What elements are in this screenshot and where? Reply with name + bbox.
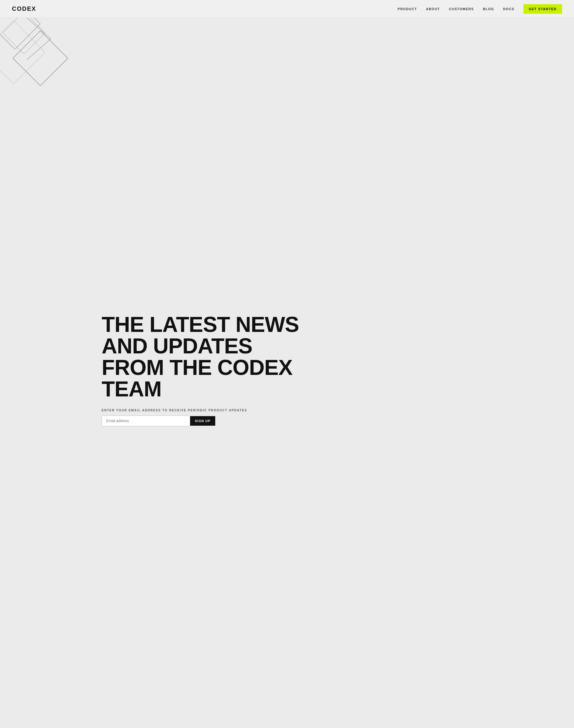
- hero-subtitle: ENTER YOUR EMAIL ADDRESS TO RECEIVE PERI…: [101, 409, 473, 412]
- hero-title: THE LATEST NEWS AND UPDATES FROM THE COD…: [101, 314, 311, 400]
- nav-link-blog[interactable]: BLOG: [483, 7, 494, 11]
- hero-decoration-svg: [0, 0, 81, 120]
- nav-logo[interactable]: CODEX: [12, 5, 36, 12]
- nav-link-about[interactable]: ABOUT: [426, 7, 440, 11]
- nav-cta-button[interactable]: GET STARTED: [524, 4, 562, 14]
- hero-email-form: SIGN UP: [101, 415, 215, 426]
- nav-link-product[interactable]: PRODUCT: [398, 7, 417, 11]
- nav-link-customers[interactable]: CUSTOMERS: [449, 7, 474, 11]
- nav-links: PRODUCT ABOUT CUSTOMERS BLOG DOCS GET ST…: [398, 4, 562, 14]
- hero-section: THE LATEST NEWS AND UPDATES FROM THE COD…: [0, 0, 574, 728]
- svg-rect-2: [13, 31, 68, 86]
- svg-rect-1: [3, 12, 45, 54]
- nav-link-docs[interactable]: DOCS: [503, 7, 515, 11]
- hero-email-input[interactable]: [101, 415, 190, 426]
- navbar: CODEX PRODUCT ABOUT CUSTOMERS BLOG DOCS …: [0, 0, 574, 18]
- svg-rect-3: [0, 20, 45, 84]
- hero-decorations: [0, 0, 90, 120]
- hero-signup-button[interactable]: SIGN UP: [190, 416, 215, 426]
